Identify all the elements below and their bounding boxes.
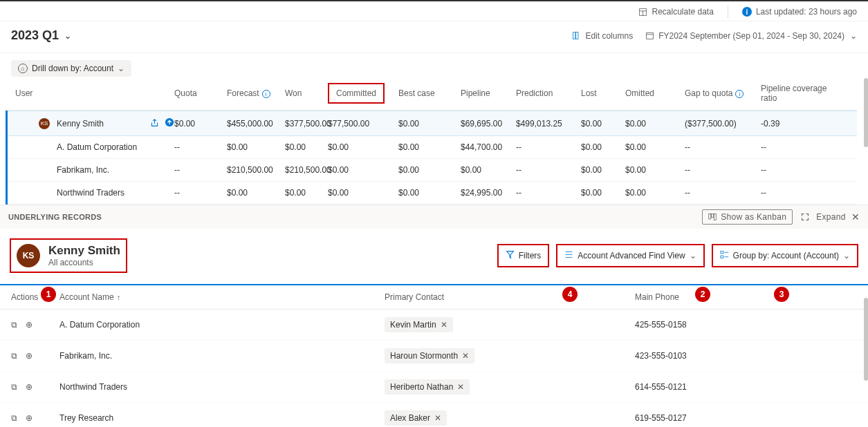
- drill-icon: [18, 64, 28, 73]
- svg-rect-4: [576, 32, 578, 39]
- top-status-bar: Recalculate data i Last updated: 23 hour…: [0, 0, 868, 21]
- close-icon[interactable]: ✕: [851, 211, 860, 222]
- col-won[interactable]: Won: [285, 88, 328, 98]
- header: 2023 Q1 ⌄ Edit columns FY2024 September …: [0, 21, 868, 53]
- edit-columns-button[interactable]: Edit columns: [572, 31, 633, 41]
- detail-header-row: KS Kenny Smith All accounts Filters Acco…: [0, 229, 868, 284]
- record-phone: 614-555-0121: [635, 382, 773, 392]
- last-updated: i Last updated: 23 hours ago: [742, 7, 857, 17]
- svg-rect-5: [647, 32, 654, 39]
- chevron-down-icon: ⌄: [843, 251, 850, 260]
- detail-user-sub: All accounts: [48, 258, 120, 267]
- contact-chip[interactable]: Heriberto Nathan✕: [385, 379, 470, 395]
- add-icon[interactable]: ⊕: [26, 382, 33, 392]
- share-icon[interactable]: [150, 118, 159, 129]
- chevron-down-icon: ⌄: [850, 31, 857, 41]
- rec-col-name[interactable]: Account Name↑: [59, 292, 385, 302]
- open-icon[interactable]: ⧉: [11, 413, 17, 423]
- detail-user-name: Kenny Smith: [48, 244, 120, 258]
- add-icon[interactable]: ⊕: [26, 413, 33, 423]
- sort-asc-icon: ↑: [117, 293, 121, 301]
- record-phone: 619-555-0127: [635, 413, 773, 423]
- col-gap[interactable]: Gap to quotai: [685, 88, 761, 99]
- columns-icon: [572, 31, 581, 40]
- record-row[interactable]: ⧉⊕A. Datum CorporationKevin Martin✕425-5…: [0, 310, 868, 341]
- callout-user-box: KS Kenny Smith All accounts: [10, 238, 127, 273]
- grid-row[interactable]: Fabrikam, Inc.--$210,500.00$210,500.00$0…: [8, 159, 857, 182]
- underlying-detail: KS Kenny Smith All accounts Filters Acco…: [0, 229, 868, 427]
- list-icon: [564, 250, 573, 261]
- kanban-label: Show as Kanban: [721, 212, 786, 222]
- period-label: 2023 Q1: [11, 28, 59, 43]
- grid-body: KSKenny Smith$0.00$455,000.00$377,500.00…: [6, 111, 857, 205]
- add-icon[interactable]: ⊕: [26, 320, 33, 330]
- grid-row[interactable]: A. Datum Corporation--$0.00$0.00$0.00$0.…: [8, 136, 857, 159]
- edit-columns-label: Edit columns: [585, 31, 633, 41]
- row-user-name: Fabrikam, Inc.: [15, 165, 174, 175]
- chevron-down-icon: ⌄: [690, 251, 696, 260]
- grid-row[interactable]: KSKenny Smith$0.00$455,000.00$377,500.00…: [8, 111, 857, 136]
- open-icon[interactable]: ⧉: [11, 382, 17, 392]
- record-row[interactable]: ⧉⊕Northwind TradersHeriberto Nathan✕614-…: [0, 372, 868, 403]
- remove-icon[interactable]: ✕: [462, 351, 469, 361]
- info-icon: i: [742, 7, 752, 17]
- row-user-name: Kenny Smith: [57, 119, 104, 129]
- avatar: KS: [17, 244, 40, 267]
- add-icon[interactable]: ⊕: [26, 351, 33, 361]
- record-phone: 423-555-0103: [635, 351, 773, 361]
- row-user-name: A. Datum Corporation: [15, 142, 174, 152]
- recalculate-icon: [638, 8, 647, 17]
- record-name: A. Datum Corporation: [59, 320, 385, 330]
- col-committed[interactable]: Committed: [328, 88, 398, 98]
- remove-icon[interactable]: ✕: [434, 413, 441, 423]
- callout-2: 2: [695, 287, 710, 302]
- expand-label[interactable]: Expand: [816, 212, 846, 222]
- up-circle-icon[interactable]: [165, 117, 174, 129]
- vertical-scrollbar[interactable]: [861, 77, 868, 205]
- remove-icon[interactable]: ✕: [457, 382, 464, 392]
- avatar: KS: [39, 118, 50, 129]
- remove-icon[interactable]: ✕: [441, 320, 447, 330]
- underlying-records-header: UNDERLYING RECORDS Show as Kanban Expand…: [0, 205, 868, 229]
- expand-icon[interactable]: [801, 213, 809, 221]
- col-user[interactable]: User: [15, 88, 174, 98]
- record-phone: 425-555-0158: [635, 320, 773, 330]
- row-user-name: Northwind Traders: [15, 188, 174, 198]
- grid-row[interactable]: Northwind Traders--$0.00$0.00$0.00$0.00$…: [8, 182, 857, 205]
- col-quota[interactable]: Quota: [174, 88, 227, 98]
- period-selector[interactable]: 2023 Q1 ⌄: [11, 28, 71, 43]
- contact-chip[interactable]: Alex Baker✕: [385, 410, 447, 426]
- record-name: Trey Research: [59, 413, 385, 423]
- recalculate-link[interactable]: Recalculate data: [638, 7, 713, 17]
- contact-chip[interactable]: Haroun Stormonth✕: [385, 348, 474, 363]
- col-prediction[interactable]: Prediction: [516, 88, 581, 98]
- col-ratio[interactable]: Pipeline coverage ratio: [761, 84, 844, 103]
- drill-row: Drill down by: Account ⌄: [0, 53, 868, 77]
- view-selector[interactable]: Account Advanced Find View ⌄: [556, 244, 704, 267]
- records-body: ⧉⊕A. Datum CorporationKevin Martin✕425-5…: [0, 310, 868, 427]
- rec-col-contact[interactable]: Primary Contact: [385, 292, 635, 302]
- svg-rect-8: [709, 214, 711, 220]
- vertical-scrollbar[interactable]: [861, 298, 868, 427]
- open-icon[interactable]: ⧉: [11, 320, 17, 330]
- callout-4: 4: [562, 287, 578, 302]
- forecast-grid: User Quota Forecasti Won Committed Best …: [0, 77, 868, 205]
- col-pipeline[interactable]: Pipeline: [461, 88, 516, 98]
- col-omitted[interactable]: Omitted: [625, 88, 685, 98]
- record-name: Northwind Traders: [59, 382, 385, 392]
- filters-button[interactable]: Filters: [497, 244, 550, 267]
- col-forecast[interactable]: Forecasti: [227, 88, 285, 99]
- record-row[interactable]: ⧉⊕Fabrikam, Inc.Haroun Stormonth✕423-555…: [0, 341, 868, 372]
- show-as-kanban-button[interactable]: Show as Kanban: [702, 209, 793, 225]
- kanban-icon: [708, 213, 717, 221]
- contact-chip[interactable]: Kevin Martin✕: [385, 317, 453, 332]
- svg-rect-14: [720, 252, 723, 254]
- open-icon[interactable]: ⧉: [11, 351, 17, 361]
- drill-down-pill[interactable]: Drill down by: Account ⌄: [11, 60, 131, 77]
- record-row[interactable]: ⧉⊕Trey ResearchAlex Baker✕619-555-0127: [0, 403, 868, 427]
- fiscal-label: FY2024 September (Sep 01, 2024 - Sep 30,…: [658, 31, 844, 41]
- groupby-selector[interactable]: Group by: Account (Account) ⌄: [712, 244, 858, 267]
- col-lost[interactable]: Lost: [581, 88, 625, 98]
- fiscal-period-selector[interactable]: FY2024 September (Sep 01, 2024 - Sep 30,…: [645, 31, 857, 41]
- col-best[interactable]: Best case: [398, 88, 461, 98]
